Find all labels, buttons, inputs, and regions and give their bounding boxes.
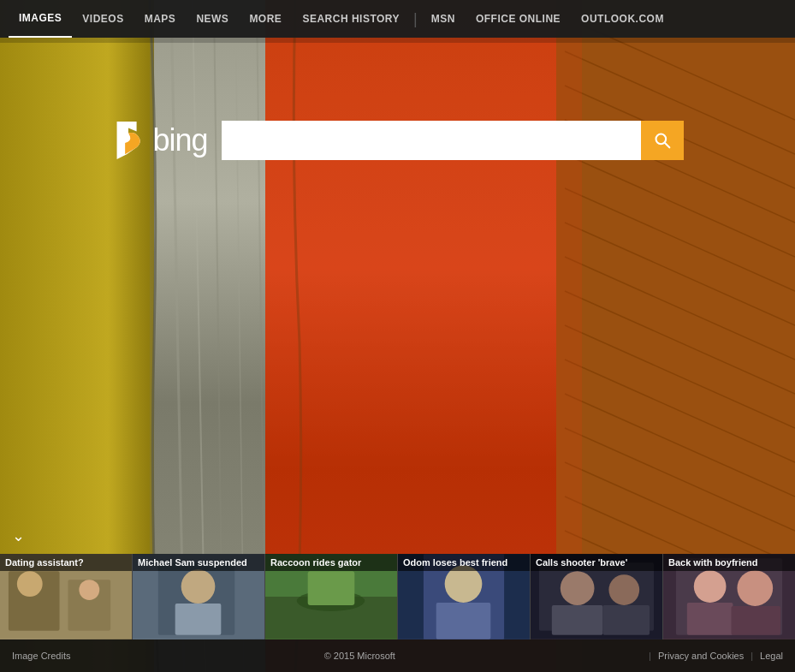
footer-divider-1: | bbox=[649, 651, 651, 661]
footer-links: | Privacy and Cookies | Legal bbox=[649, 651, 783, 661]
svg-point-37 bbox=[17, 571, 43, 597]
footer: Image Credits © 2015 Microsoft | Privacy… bbox=[0, 639, 795, 672]
svg-point-58 bbox=[608, 574, 639, 605]
news-label-3: Raccoon rides gator bbox=[265, 554, 397, 571]
news-item-1[interactable]: Dating assistant? bbox=[0, 554, 133, 639]
news-item-6[interactable]: Back with boyfriend bbox=[663, 554, 795, 639]
search-area: bing bbox=[0, 120, 795, 161]
search-input[interactable] bbox=[222, 121, 641, 160]
svg-rect-57 bbox=[552, 605, 603, 635]
news-label-5: Calls shooter 'brave' bbox=[531, 554, 662, 571]
svg-point-64 bbox=[737, 570, 773, 606]
search-button[interactable] bbox=[641, 121, 684, 160]
bing-logo-text: bing bbox=[152, 122, 207, 158]
news-label-1: Dating assistant? bbox=[0, 554, 132, 571]
footer-image-credits[interactable]: Image Credits bbox=[12, 651, 70, 661]
nav-item-news[interactable]: NEWS bbox=[186, 0, 239, 38]
news-item-3[interactable]: Raccoon rides gator bbox=[265, 554, 398, 639]
news-item-5[interactable]: Calls shooter 'brave' bbox=[531, 554, 663, 639]
footer-copyright: © 2015 Microsoft bbox=[324, 651, 395, 661]
svg-point-39 bbox=[79, 580, 99, 600]
footer-divider-2: | bbox=[751, 651, 753, 661]
news-label-2: Michael Sam suspended bbox=[133, 554, 264, 571]
svg-rect-65 bbox=[731, 606, 780, 635]
search-box-container bbox=[222, 121, 684, 160]
svg-rect-43 bbox=[175, 604, 222, 635]
svg-rect-59 bbox=[602, 605, 650, 635]
svg-point-56 bbox=[561, 571, 595, 605]
nav-divider: | bbox=[410, 10, 421, 28]
nav-item-maps[interactable]: MAPS bbox=[134, 0, 187, 38]
svg-rect-47 bbox=[308, 571, 355, 605]
footer-privacy-link[interactable]: Privacy and Cookies bbox=[658, 651, 744, 661]
news-label-4: Odom loses best friend bbox=[398, 554, 530, 571]
nav-bar: IMAGES VIDEOS MAPS NEWS MORE SEARCH HIST… bbox=[0, 0, 795, 38]
svg-point-42 bbox=[181, 569, 216, 604]
nav-item-outlook[interactable]: OUTLOOK.COM bbox=[571, 0, 674, 38]
news-strip: Dating assistant? Michael Sam suspended … bbox=[0, 554, 795, 639]
nav-item-msn[interactable]: MSN bbox=[421, 0, 466, 38]
nav-item-search-history[interactable]: SEARCH HISTORY bbox=[292, 0, 410, 38]
svg-point-62 bbox=[694, 570, 727, 603]
news-label-6: Back with boyfriend bbox=[663, 554, 795, 571]
news-item-2[interactable]: Michael Sam suspended bbox=[133, 554, 265, 639]
scroll-hint[interactable]: ⌄ bbox=[12, 526, 25, 545]
nav-item-videos[interactable]: VIDEOS bbox=[72, 0, 133, 38]
nav-item-office-online[interactable]: OFFICE ONLINE bbox=[466, 0, 571, 38]
svg-rect-63 bbox=[687, 603, 733, 635]
nav-item-images[interactable]: IMAGES bbox=[9, 0, 72, 38]
bing-logo: bing bbox=[111, 120, 207, 161]
svg-rect-51 bbox=[436, 603, 491, 639]
footer-legal-link[interactable]: Legal bbox=[760, 651, 783, 661]
search-icon bbox=[654, 132, 671, 149]
bing-logo-icon bbox=[111, 120, 145, 161]
nav-item-more[interactable]: MORE bbox=[239, 0, 292, 38]
news-item-4[interactable]: Odom loses best friend bbox=[398, 554, 531, 639]
svg-line-34 bbox=[664, 143, 669, 148]
